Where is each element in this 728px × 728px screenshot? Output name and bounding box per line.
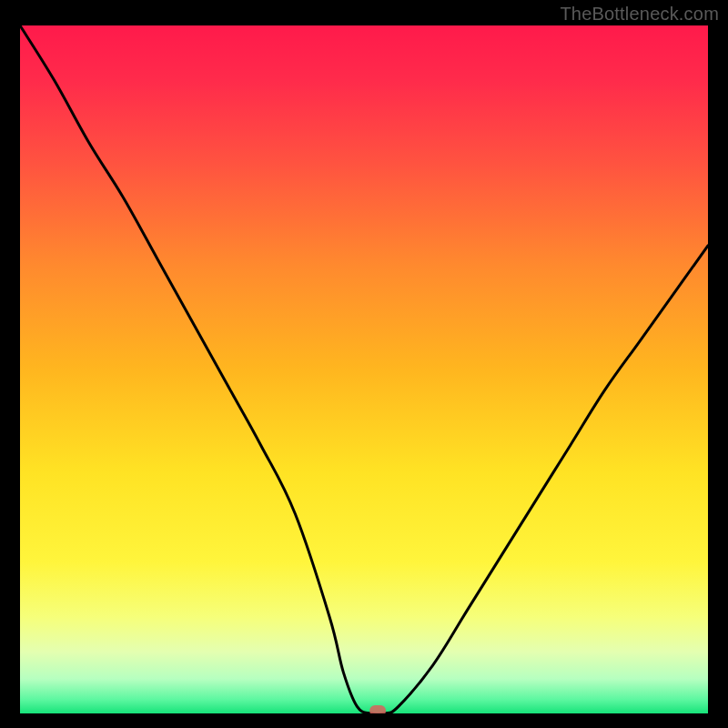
gradient-background: [20, 25, 708, 713]
chart-frame: TheBottleneck.com: [0, 0, 728, 728]
plot-area: [20, 25, 708, 713]
valley-marker: [369, 705, 386, 713]
attribution-label: TheBottleneck.com: [560, 4, 719, 25]
bottleneck-chart: [20, 25, 708, 713]
